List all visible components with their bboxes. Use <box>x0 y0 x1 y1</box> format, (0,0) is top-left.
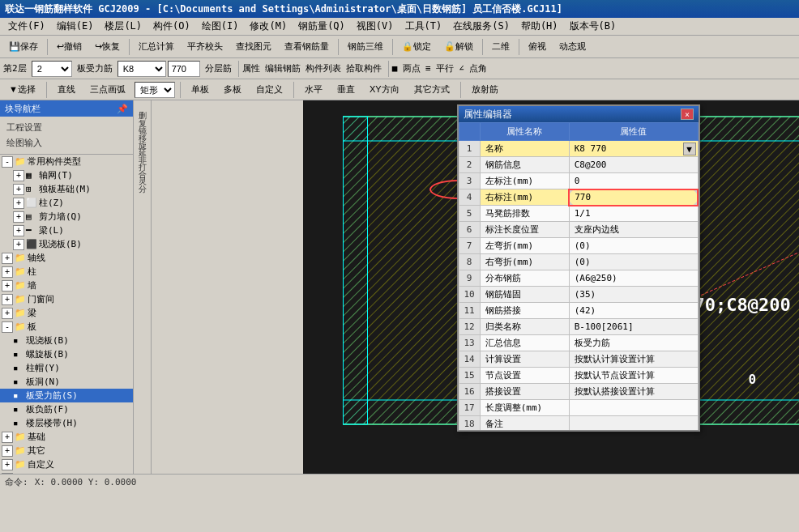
props-row-17[interactable]: 17长度调整(mm) <box>459 400 699 416</box>
props-row-3[interactable]: 3左标注(mm)0 <box>459 173 699 189</box>
expand-common[interactable]: - <box>2 156 13 168</box>
prop-value-10[interactable]: (35) <box>569 287 698 303</box>
btn-lock[interactable]: 🔒锁定 <box>396 38 437 55</box>
tree-node-grid[interactable]: + ▦ 轴网(T) <box>0 168 133 182</box>
prop-value-18[interactable] <box>569 416 698 431</box>
btn-find[interactable]: 查找图元 <box>230 38 277 55</box>
vtool-trim[interactable]: 非 <box>137 146 148 152</box>
props-row-4[interactable]: 4右标注(mm)770 <box>459 189 699 206</box>
expand-strip[interactable]: + <box>13 184 24 195</box>
btn-redo[interactable]: ↪恢复 <box>89 38 126 55</box>
expand-other[interactable]: + <box>2 445 13 457</box>
prop-value-12[interactable]: B-100[2061] <box>569 319 698 335</box>
tree-node-other[interactable]: + 📁 其它 <box>0 444 133 458</box>
tree-node-col2[interactable]: + 📁 柱 <box>0 265 133 279</box>
btn-arc[interactable]: 三点画弧 <box>84 81 131 98</box>
props-row-2[interactable]: 2钢筋信息C8@200 <box>459 157 699 173</box>
tree-node-slab2c[interactable]: ▪ 柱帽(Y) <box>0 361 133 375</box>
tree-node-slab2[interactable]: - 📁 板 <box>0 320 133 334</box>
vtool-magic[interactable]: 灵 <box>137 168 148 174</box>
tree-node-col[interactable]: + ⬜ 柱(Z) <box>0 196 133 210</box>
props-scroll[interactable]: 属性名称 属性值 1名称K8 770▼2钢筋信息C8@2003左标注(mm)04… <box>459 122 699 430</box>
vtool-split[interactable]: 分 <box>137 175 148 181</box>
menu-file[interactable]: 文件(F) <box>3 18 50 35</box>
tree-node-custom[interactable]: + 📁 自定义 <box>0 458 133 471</box>
btn-top-view[interactable]: 俯视 <box>523 38 552 55</box>
menu-online[interactable]: 在线服务(S) <box>448 18 515 35</box>
props-row-15[interactable]: 15节点设置按默认节点设置计算 <box>459 368 699 384</box>
props-close-button[interactable]: × <box>681 109 694 120</box>
props-row-6[interactable]: 6标注长度位置支座内边线 <box>459 222 699 238</box>
tree-node-slab2g[interactable]: ▪ 楼层楼带(H) <box>0 416 133 430</box>
prop-value-14[interactable]: 按默认计算设置计算 <box>569 351 698 368</box>
tree-node-beam[interactable]: + ━ 梁(L) <box>0 223 133 237</box>
prop-value-2[interactable]: C8@200 <box>569 157 698 173</box>
btn-calc[interactable]: 汇总计算 <box>133 38 180 55</box>
expand-slab2[interactable]: - <box>2 321 13 333</box>
tree-node-window[interactable]: + 📁 门窗间 <box>0 292 133 306</box>
prop-value-17[interactable] <box>569 400 698 416</box>
prop-value-5[interactable]: 1/1 <box>569 206 698 222</box>
expand-col[interactable]: + <box>13 198 24 209</box>
props-row-9[interactable]: 9分布钢筋(A6@250) <box>459 270 699 287</box>
props-row-16[interactable]: 16搭接设置按默认搭接设置计算 <box>459 384 699 400</box>
btn-select[interactable]: ▼选择 <box>3 81 41 98</box>
menu-floor[interactable]: 楼层(L) <box>100 18 147 35</box>
btn-save[interactable]: 💾保存 <box>3 38 44 55</box>
props-row-11[interactable]: 11钢筋搭接(42) <box>459 303 699 319</box>
expand-window[interactable]: + <box>2 294 13 305</box>
props-row-7[interactable]: 7左弯折(mm)(0) <box>459 238 699 254</box>
btn-multi-slab[interactable]: 多板 <box>218 81 247 98</box>
menu-quantity[interactable]: 钢筋量(Q) <box>293 18 350 35</box>
btn-unlock[interactable]: 🔓解锁 <box>438 38 479 55</box>
tree-node-slab[interactable]: + ⬛ 现浇板(B) <box>0 237 133 251</box>
tree-node-shear[interactable]: + ▤ 剪力墙(Q) <box>0 210 133 223</box>
btn-dynamic[interactable]: 动态观 <box>553 38 592 55</box>
layer-select[interactable]: 2 <box>32 61 72 77</box>
section-project[interactable]: 工程设置 <box>3 120 130 135</box>
menu-component[interactable]: 构件(O) <box>148 18 195 35</box>
menu-help[interactable]: 帮助(H) <box>516 18 563 35</box>
vtool-extend[interactable]: 延 <box>137 138 148 145</box>
btn-view-qty[interactable]: 查看钢筋量 <box>279 38 335 55</box>
props-row-8[interactable]: 8右弯折(mm)(0) <box>459 254 699 270</box>
expand-shear[interactable]: + <box>13 211 24 223</box>
prop-value-1[interactable]: K8 770▼ <box>569 141 698 157</box>
expand-cad[interactable]: + <box>2 473 13 475</box>
tree-node-slab2a[interactable]: ▪ 现浇板(B) <box>0 334 133 347</box>
menu-version[interactable]: 版本号(B) <box>565 18 622 35</box>
expand-col2[interactable]: + <box>2 266 13 278</box>
tree-node-wall[interactable]: + 📁 墙 <box>0 279 133 292</box>
vtool-move[interactable]: 移 <box>137 124 148 130</box>
tree-node-axis[interactable]: + 📁 轴线 <box>0 251 133 265</box>
expand-beam[interactable]: + <box>13 225 24 236</box>
btn-undo[interactable]: ↩撤销 <box>51 38 88 55</box>
prop-value-15[interactable]: 按默认节点设置计算 <box>569 368 698 384</box>
props-row-5[interactable]: 5马凳筋排数1/1 <box>459 206 699 222</box>
menu-view[interactable]: 视图(V) <box>352 18 399 35</box>
vtool-join[interactable]: 合 <box>137 160 148 167</box>
tree-node-beam2[interactable]: + 📁 梁 <box>0 306 133 320</box>
vtool-copy[interactable]: 复 <box>137 109 148 116</box>
tree-node-slab2f[interactable]: ▪ 板负筋(F) <box>0 402 133 416</box>
props-row-14[interactable]: 14计算设置按默认计算设置计算 <box>459 351 699 368</box>
vtool-break[interactable]: 打 <box>137 153 148 160</box>
expand-beam2[interactable]: + <box>2 308 13 319</box>
code-input[interactable] <box>168 61 200 77</box>
prop-value-11[interactable]: (42) <box>569 303 698 319</box>
menu-draw[interactable]: 绘图(I) <box>197 18 244 35</box>
btn-horizontal[interactable]: 水平 <box>299 81 328 98</box>
props-row-13[interactable]: 13汇总信息板受力筋 <box>459 335 699 351</box>
menu-edit[interactable]: 编辑(E) <box>52 18 99 35</box>
props-row-1[interactable]: 1名称K8 770▼ <box>459 141 699 157</box>
prop-value-7[interactable]: (0) <box>569 238 698 254</box>
prop-value-9[interactable]: (A6@250) <box>569 270 698 287</box>
expand-custom[interactable]: + <box>2 459 13 470</box>
menu-modify[interactable]: 修改(M) <box>245 18 292 35</box>
btn-align[interactable]: 平齐校头 <box>182 38 229 55</box>
tree-node-slab2b[interactable]: ▪ 螺旋板(B) <box>0 347 133 361</box>
prop-value-6[interactable]: 支座内边线 <box>569 222 698 238</box>
btn-2d[interactable]: 二维 <box>486 38 515 55</box>
prop-value-16[interactable]: 按默认搭接设置计算 <box>569 384 698 400</box>
expand-axis[interactable]: + <box>2 253 13 264</box>
